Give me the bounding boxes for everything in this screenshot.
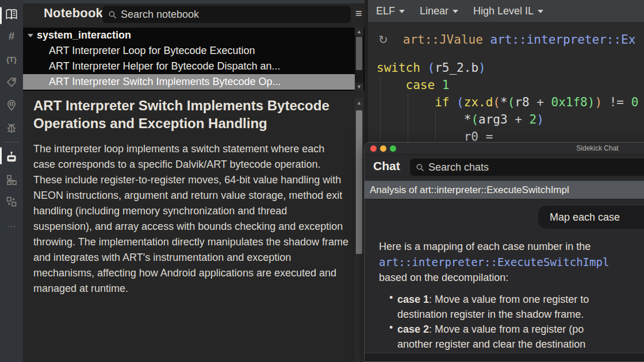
notebook-icon[interactable] — [0, 5, 23, 24]
chat-tab-analysis[interactable]: Analysis of art::interpreter::ExecuteSwi… — [365, 180, 644, 199]
location-pin-icon[interactable] — [0, 95, 23, 115]
sidekick-chat-window: Sidekick Chat Chat Search chats Analysis… — [364, 142, 644, 362]
chevron-down-icon — [399, 10, 405, 13]
tag-icon[interactable] — [0, 72, 23, 92]
chevron-down-icon — [453, 10, 458, 13]
document-scrollbar[interactable]: ▲ — [355, 98, 363, 362]
search-icon — [416, 163, 424, 172]
indent-guide — [408, 94, 408, 142]
tree-scroll-thumb[interactable] — [356, 37, 362, 70]
bullet-item: case 1: Move a value from one register t… — [397, 292, 589, 307]
more-icon[interactable]: ... — [0, 214, 23, 233]
il-level-dropdown[interactable]: High Level IL — [473, 5, 543, 17]
assistant-code-ref: art::interpreter::ExecuteSwitchImpl — [379, 255, 609, 270]
view-toolbar: ELF Linear High Level IL — [368, 0, 644, 22]
chat-search-placeholder: Search chats — [428, 161, 489, 174]
note-document: ART Interpreter Switch Implements Byteco… — [33, 92, 356, 362]
user-message-bubble: Map each case — [538, 206, 644, 229]
decompiled-code: switch (r5_2.b) case 1 if (zx.d(*(r8 + 0… — [377, 59, 638, 145]
code-line: if (zx.d(*(r8 + 0x1f8)) != 0 — [377, 94, 638, 111]
function-signature: art::JValue art::interpreter::Ex — [403, 33, 636, 47]
tree-item-selected[interactable]: ART Interpreter Switch Implements Byteco… — [23, 74, 355, 90]
panel-resize-handle[interactable]: ······ — [195, 86, 230, 92]
hash-icon[interactable]: # — [0, 26, 23, 46]
sidebar-divider — [4, 142, 19, 143]
bug-icon[interactable] — [0, 118, 23, 138]
window-title: Sidekick Chat — [365, 144, 644, 152]
scroll-up-icon[interactable]: ▲ — [355, 28, 363, 36]
binary-format-dropdown[interactable]: ELF — [376, 5, 405, 17]
indent-guide — [380, 76, 381, 142]
tree-item[interactable]: ART Interpreter Loop for Bytecode Execut… — [23, 43, 355, 59]
collapse-arrow-icon[interactable] — [28, 34, 33, 37]
chat-header: Chat Search chats — [365, 155, 644, 180]
tree-item[interactable]: ART Interpreter Helper for Bytecode Disp… — [23, 59, 355, 74]
bullet-item-continuation: another register and clear the destinati… — [397, 337, 585, 352]
chat-titlebar[interactable]: Sidekick Chat — [365, 143, 644, 155]
scroll-down-icon[interactable]: ▼ — [355, 83, 363, 91]
document-scroll-thumb[interactable] — [356, 110, 362, 254]
type-braces-icon[interactable]: {T} — [0, 49, 23, 69]
chat-search-input[interactable]: Search chats — [410, 159, 644, 176]
tree-scrollbar[interactable]: ▲ ▼ — [355, 28, 363, 91]
scroll-up-icon[interactable]: ▲ — [355, 99, 363, 107]
flow-graph-icon[interactable] — [0, 192, 23, 211]
assistant-text: based on the decompilation: — [379, 270, 508, 286]
notebook-search-placeholder: Search notebook — [121, 9, 199, 21]
panel-top-strip — [23, 0, 365, 3]
assistant-text: Here is a mapping of each case number in… — [379, 239, 591, 255]
sidekick-robot-icon[interactable] — [0, 147, 23, 167]
bullet-item: case 2: Move a value from a register (po — [397, 322, 584, 337]
search-icon — [108, 10, 117, 19]
function-signature-row: ↻ art::JValue art::interpreter::Ex — [368, 28, 644, 52]
bullet-item-continuation: destination register in the shadow frame… — [397, 307, 584, 322]
chat-input-area[interactable] — [365, 353, 644, 362]
bullet-icon: • — [389, 322, 393, 334]
refresh-icon[interactable]: ↻ — [378, 33, 388, 47]
view-mode-dropdown[interactable]: Linear — [420, 5, 458, 17]
notebook-panel: Notebook Search notebook ≡ system_intera… — [23, 0, 365, 362]
bullet-icon: • — [389, 292, 393, 304]
chevron-down-icon — [538, 10, 543, 13]
code-line: switch (r5_2.b) — [377, 59, 638, 76]
code-line: *(arg3 + 2) — [377, 111, 638, 128]
notebook-panel-title: Notebook — [44, 6, 103, 21]
note-title: ART Interpreter Switch Implements Byteco… — [33, 97, 335, 132]
code-line: case 1 — [377, 76, 638, 94]
hamburger-menu-icon[interactable]: ≡ — [355, 7, 362, 20]
tree-group-system-interaction[interactable]: system_interaction — [23, 28, 355, 43]
chat-panel-title: Chat — [373, 159, 400, 173]
notebook-tree: system_interaction ART Interpreter Loop … — [23, 28, 365, 91]
hierarchy-graph-icon[interactable] — [0, 170, 23, 190]
indent-guide — [435, 111, 436, 142]
icon-sidebar: # {T} — [0, 0, 23, 362]
notebook-search-input[interactable]: Search notebook — [102, 6, 351, 23]
note-body: The interpreter loop implements a switch… — [33, 141, 348, 296]
